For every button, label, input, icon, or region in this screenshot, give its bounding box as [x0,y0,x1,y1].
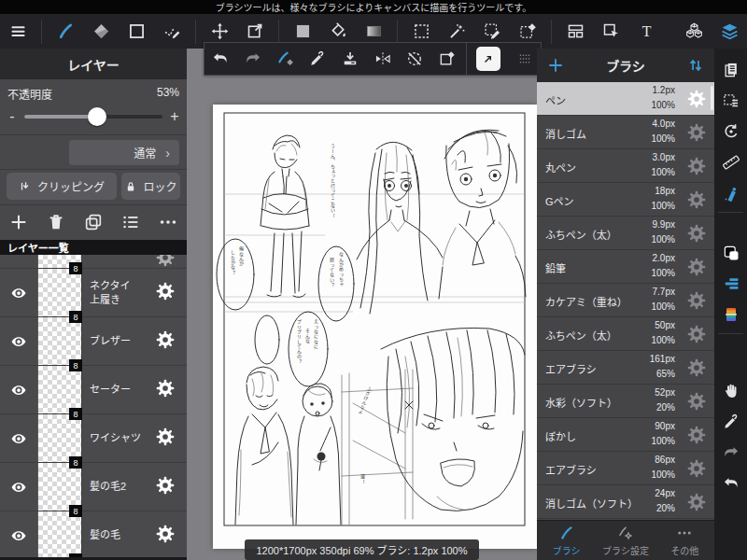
select-rect-tool-button[interactable] [403,18,439,46]
foreground-background-color-button[interactable] [714,237,747,268]
brush-settings-button[interactable] [686,324,707,348]
brush-settings-button[interactable] [686,391,707,415]
lock-button[interactable]: ロック [121,173,180,200]
layer-row[interactable]: 髪の毛2 8 [0,463,187,511]
3d-material-button[interactable] [676,18,712,46]
layer-thumbnail[interactable] [37,317,82,365]
transform-tool-button[interactable] [237,18,273,46]
page-manager-button[interactable] [714,54,747,85]
tab-others[interactable]: その他 [655,521,714,560]
opacity-slider-thumb[interactable] [88,107,106,126]
layer-row[interactable]: 髪の毛 8 [0,511,187,557]
layer-settings-button[interactable] [155,427,176,451]
layer-thumbnail[interactable] [37,366,82,413]
brush-row[interactable]: エアブラシ 86px 100% [537,452,714,485]
layer-visibility-button[interactable] [0,479,37,496]
clipping-button[interactable]: クリッピング [7,173,117,200]
canvas-page[interactable]: 俺なんか したかな？ なんかめっちゃ 怒ってない？ うーん、ちょっと行ってこない… [213,105,537,549]
undo-button[interactable] [204,43,237,75]
brush-settings-button[interactable] [686,357,707,382]
material-panel-button[interactable] [714,177,747,208]
brush-row[interactable]: エアブラシ 161px 65% [537,351,714,385]
gradient-tool-button[interactable] [356,18,391,46]
panel-divide-tool-button[interactable] [557,18,593,46]
sort-brushes-button[interactable] [677,56,714,75]
add-brush-button[interactable] [537,56,574,75]
magic-wand-tool-button[interactable] [439,18,474,46]
brush-row[interactable]: 丸ペン 3.0px 100% [537,149,714,183]
opacity-plus-button[interactable]: + [162,108,187,125]
brush-row[interactable]: ぼかし 90px 100% [537,418,714,452]
canvas-workspace[interactable]: 俺なんか したかな？ なんかめっちゃ 怒ってない？ うーん、ちょっと行ってこない… [187,49,537,560]
menu-button[interactable] [0,18,35,46]
layer-settings-button[interactable] [155,329,176,354]
brush-row[interactable]: Gペン 18px 100% [537,183,714,217]
opacity-slider-track[interactable] [24,115,162,119]
add-layer-icon[interactable] [8,212,29,232]
polyline-tool-button[interactable] [154,18,190,46]
layers-panel-button[interactable] [712,18,747,46]
brush-row[interactable]: 水彩（ソフト） 52px 20% [537,385,714,418]
layer-visibility-button[interactable] [0,333,37,350]
redo-button[interactable] [237,43,270,75]
selection-menu-button[interactable] [714,85,747,116]
flip-horizontal-button[interactable] [366,43,399,75]
layer-row[interactable]: ネクタイ 上履き 8 [0,269,187,317]
brush-row[interactable]: 消しゴム（ソフト） 24px 20% [537,485,714,519]
layer-thumbnail[interactable] [37,414,82,462]
toolbar-drag-handle[interactable] [509,50,541,67]
brush-row[interactable]: ふちペン（太） 50px 100% [537,317,714,351]
select-eraser-tool-button[interactable] [510,18,545,46]
layer-thumbnail[interactable] [37,511,82,557]
select-pen-tool-button[interactable] [474,18,510,46]
layer-thumbnail[interactable] [37,463,82,511]
brush-row[interactable]: 鉛筆 2.0px 100% [537,250,714,284]
color-swatch-button[interactable] [285,18,320,46]
brush-settings-button[interactable] [686,122,707,147]
move-tool-button[interactable] [202,18,237,46]
redo-sidebar-button[interactable] [714,437,747,468]
bucket-tool-button[interactable] [320,18,356,46]
brush-row[interactable]: カケアミ（重ね） 7.7px 100% [537,284,714,317]
tab-brush[interactable]: ブラシ [537,521,596,560]
brush-tool-button[interactable] [48,18,83,46]
ruler-button[interactable] [714,147,747,177]
brush-row[interactable]: ふちペン（太） 9.9px 100% [537,217,714,250]
brush-settings-button[interactable] [686,290,707,315]
layer-visibility-button[interactable] [0,527,37,544]
eraser-tool-button[interactable] [83,18,119,46]
brush-settings-button[interactable] [686,189,707,214]
snap-settings-button[interactable] [714,268,747,299]
layer-settings-button[interactable] [155,281,176,305]
brush-settings-button[interactable] [686,156,707,180]
layer-list-icon[interactable] [120,212,141,232]
layer-visibility-button[interactable] [0,382,37,399]
brush-row[interactable]: 消しゴム 4.0px 100% [537,116,714,149]
layer-row-partial[interactable]: 8 [0,255,187,269]
rotate-lock-button[interactable] [399,43,431,75]
save-button[interactable] [334,43,367,75]
material-shortcut-button[interactable] [476,47,500,71]
clear-layer-button[interactable] [431,43,464,75]
eyedropper-sidebar-button[interactable] [714,406,747,437]
brush-eraser-toggle-button[interactable] [269,43,302,75]
duplicate-layer-icon[interactable] [83,212,104,232]
brush-settings-button[interactable] [686,458,707,483]
brush-row[interactable]: ペン 1.2px 100% [537,82,714,116]
more-options-icon[interactable] [158,212,178,232]
object-select-tool-button[interactable] [593,18,628,46]
brush-settings-button[interactable] [686,223,707,247]
eyedropper-button[interactable] [302,43,334,75]
layer-visibility-button[interactable] [0,430,37,447]
brush-settings-button[interactable] [686,492,707,516]
blend-mode-button[interactable]: 通常 › [69,140,179,165]
shape-tool-button[interactable] [119,18,154,46]
opacity-minus-button[interactable]: - [0,108,24,125]
reset-rotation-button[interactable] [714,116,747,147]
layer-settings-button[interactable] [155,378,176,402]
brush-settings-button[interactable] [686,89,707,113]
tab-brush-settings[interactable]: ブラシ設定 [596,521,655,560]
brush-settings-button[interactable] [686,425,707,449]
layer-row[interactable]: ワイシャツ 8 [0,414,187,463]
layer-row[interactable]: ブレザー 8 [0,317,187,366]
